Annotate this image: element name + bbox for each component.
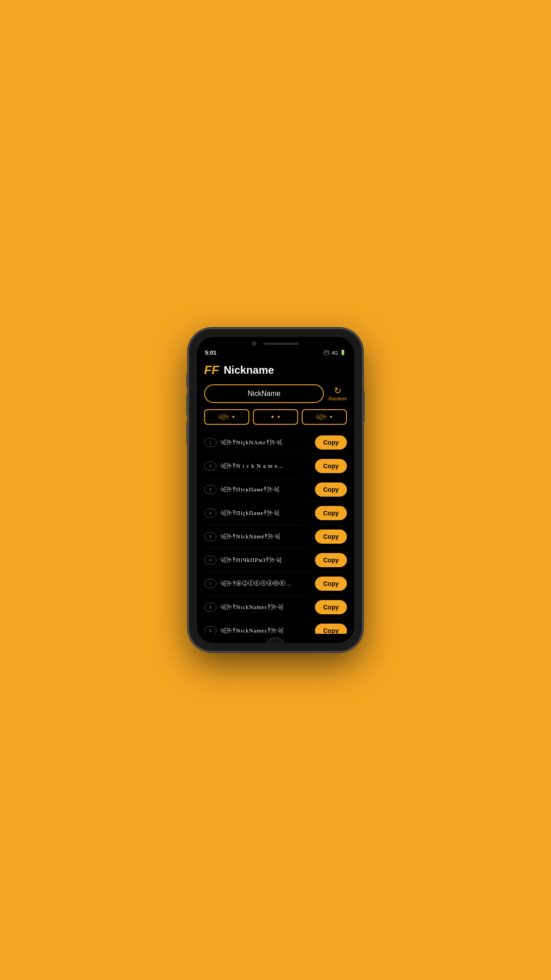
item-name: ꧁꧂༒NıckNameε༒꧂꧁	[220, 604, 311, 611]
item-name: ꧁꧂༒NiçkNAmε༒꧂꧁	[220, 439, 311, 446]
phone-screen: 5:01 📳 4G 🔋 FF Nickname ↻ Random	[197, 337, 354, 643]
home-bar	[197, 634, 354, 643]
list-item: 2 ꧁꧂༒N ı c k N a m e... Copy	[204, 454, 347, 478]
item-number: 5	[204, 532, 216, 541]
copy-button[interactable]: Copy	[315, 459, 347, 473]
list-item: 8 ꧁꧂༒NıckNameε༒꧂꧁ Copy	[204, 596, 347, 619]
random-label: Random	[328, 396, 347, 401]
filter-middle-button[interactable]: ✦ ▼	[253, 409, 298, 425]
app-content: FF Nickname ↻ Random ꧁꧂ ▼ ✦ ▼	[197, 359, 354, 634]
middle-symbol: ✦	[270, 414, 275, 420]
list-item: 1 ꧁꧂༒NiçkNAmε༒꧂꧁ Copy	[204, 431, 347, 454]
list-item: 6 ꧁꧂༒ПіЧkПРмЗ༒꧂꧁ Copy	[204, 549, 347, 572]
power-button	[362, 391, 365, 422]
item-name: ꧁꧂༒ПіЧkПРмЗ༒꧂꧁	[220, 557, 311, 564]
item-number: 7	[204, 579, 216, 588]
input-row: ↻ Random	[204, 384, 347, 403]
list-item: 9 ꧁꧂༒NıckNameε༒꧂꧁ Copy	[204, 619, 347, 634]
item-name: ꧁꧂༒ПіскПаме༒꧂꧁	[220, 486, 311, 493]
copy-button[interactable]: Copy	[315, 482, 347, 497]
app-title-text: Nickname	[224, 364, 274, 376]
list-item: 3 ꧁꧂༒ПіскПаме༒꧂꧁ Copy	[204, 478, 347, 502]
chevron-down-icon: ▼	[277, 415, 281, 419]
item-number: 3	[204, 485, 216, 494]
copy-button[interactable]: Copy	[315, 506, 347, 520]
volume-down-button	[186, 393, 189, 415]
item-name: ꧁꧂༒NıckNameε༒꧂꧁	[220, 627, 311, 634]
filter-suffix-button[interactable]: ꧁꧂ ▼	[302, 409, 347, 425]
list-item: 7 ꧁꧂༒Ⓝⓘⓒⓚⓝⓐⓜⓔ... Copy	[204, 572, 347, 596]
ff-label: FF	[204, 363, 219, 377]
item-name: ꧁꧂༒N ı c k N a m e...	[220, 462, 311, 470]
item-number: 6	[204, 556, 216, 565]
prefix-symbol: ꧁꧂	[218, 414, 229, 420]
nickname-list: 1 ꧁꧂༒NiçkNAmε༒꧂꧁ Copy 2 ꧁꧂༒N ı c k N a m…	[204, 431, 347, 634]
random-button[interactable]: ↻ Random	[328, 386, 347, 401]
signal-icon: 4G	[331, 350, 338, 356]
home-button[interactable]	[266, 637, 285, 643]
status-bar: 5:01 📳 4G 🔋	[197, 348, 354, 359]
filter-row: ꧁꧂ ▼ ✦ ▼ ꧁꧂ ▼	[204, 409, 347, 425]
list-item: 5 ꧁꧂༒NïckNämë༒꧂꧁ Copy	[204, 525, 347, 549]
chevron-down-icon: ▼	[231, 415, 236, 419]
item-name: ꧁꧂༒Ⓝⓘⓒⓚⓝⓐⓜⓔ...	[220, 580, 311, 587]
suffix-symbol: ꧁꧂	[315, 414, 327, 420]
copy-button[interactable]: Copy	[315, 435, 347, 450]
volume-up-button	[186, 373, 189, 387]
app-title: FF Nickname	[204, 363, 347, 377]
item-name: ꧁꧂༒NïckNämë༒꧂꧁	[220, 533, 311, 540]
status-icons: 📳 4G 🔋	[323, 350, 346, 356]
vibrate-icon: 📳	[323, 350, 330, 356]
item-name: ꧁꧂༒ПіçkПаме༒꧂꧁	[220, 510, 311, 517]
copy-button[interactable]: Copy	[315, 553, 347, 567]
phone-frame: 5:01 📳 4G 🔋 FF Nickname ↻ Random	[189, 329, 362, 651]
copy-button[interactable]: Copy	[315, 530, 347, 544]
item-number: 2	[204, 462, 216, 470]
random-icon: ↻	[334, 386, 342, 395]
copy-button[interactable]: Copy	[315, 577, 347, 591]
list-item: 4 ꧁꧂༒ПіçkПаме༒꧂꧁ Copy	[204, 502, 347, 525]
status-time: 5:01	[205, 349, 216, 356]
item-number: 4	[204, 509, 216, 518]
camera-dot	[252, 341, 256, 346]
battery-icon: 🔋	[340, 350, 346, 356]
copy-button[interactable]: Copy	[315, 624, 347, 634]
notch-bar	[197, 337, 354, 348]
item-number: 1	[204, 438, 216, 447]
item-number: 8	[204, 603, 216, 612]
item-number: 9	[204, 626, 216, 634]
mute-button	[186, 422, 189, 444]
chevron-down-icon: ▼	[329, 415, 333, 419]
filter-prefix-button[interactable]: ꧁꧂ ▼	[204, 409, 249, 425]
copy-button[interactable]: Copy	[315, 600, 347, 614]
nickname-input[interactable]	[204, 384, 324, 403]
speaker-bar	[264, 343, 299, 345]
